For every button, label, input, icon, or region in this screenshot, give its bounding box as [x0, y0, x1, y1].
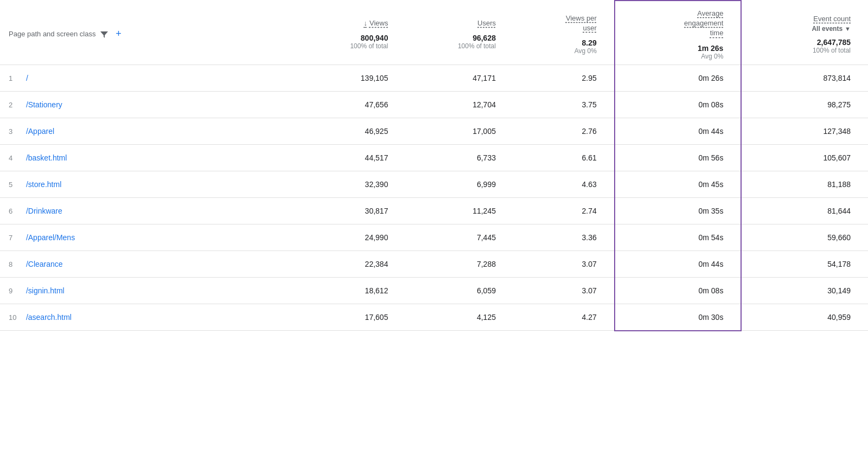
users-total: 96,628 [473, 34, 496, 42]
users-sub: 100% of total [458, 42, 496, 50]
row-number: 5 [9, 181, 24, 189]
cell-page-4: 5 /store.html [0, 171, 291, 197]
vpu-value: 2.76 [582, 127, 597, 136]
events-value: 54,178 [827, 260, 851, 268]
cell-views-1: 47,656 [291, 91, 405, 118]
vpu-header-label[interactable]: Views peruser [566, 14, 597, 33]
row-number: 4 [9, 154, 24, 162]
users-value: 17,005 [473, 127, 496, 136]
events-value: 81,644 [827, 207, 851, 215]
views-value: 18,612 [365, 286, 388, 295]
views-value: 139,105 [361, 74, 388, 82]
col-header-aet: Averageengagementtime 1m 26s Avg 0% [615, 1, 742, 65]
users-value: 6,059 [477, 286, 496, 295]
cell-views-7: 22,384 [291, 251, 405, 277]
aet-value: 0m 26s [698, 74, 723, 82]
events-dropdown-arrow-icon[interactable]: ▼ [845, 25, 851, 32]
cell-vpu-2: 2.76 [513, 118, 615, 144]
cell-page-5: 6 /Drinkware [0, 197, 291, 224]
events-sub: 100% of total [813, 47, 851, 54]
cell-aet-5: 0m 35s [615, 197, 742, 224]
cell-aet-0: 0m 26s [615, 65, 742, 91]
events-value: 105,607 [823, 153, 851, 162]
filter-icon[interactable] [100, 30, 108, 38]
page-path-link[interactable]: /Drinkware [26, 207, 62, 215]
cell-vpu-6: 3.36 [513, 224, 615, 251]
aet-value: 0m 35s [698, 207, 723, 215]
row-number: 8 [9, 260, 24, 268]
views-total: 800,940 [361, 34, 388, 42]
page-path-link[interactable]: /Stationery [26, 100, 62, 109]
table-row: 2 /Stationery 47,656 12,704 3.75 0m 08s … [0, 91, 868, 118]
views-value: 47,656 [365, 100, 388, 109]
cell-views-2: 46,925 [291, 118, 405, 144]
cell-users-5: 11,245 [405, 197, 513, 224]
table-row: 10 /asearch.html 17,605 4,125 4.27 0m 30… [0, 304, 868, 331]
events-dropdown-label[interactable]: All events [812, 25, 843, 33]
table-row: 9 /signin.html 18,612 6,059 3.07 0m 08s … [0, 277, 868, 304]
views-value: 30,817 [365, 207, 388, 215]
users-value: 6,999 [477, 180, 496, 189]
row-number: 10 [9, 313, 24, 322]
page-path-link[interactable]: /Apparel/Mens [26, 233, 75, 242]
cell-users-6: 7,445 [405, 224, 513, 251]
events-header-label[interactable]: Event count [813, 14, 851, 24]
vpu-value: 2.95 [582, 74, 597, 82]
cell-vpu-8: 3.07 [513, 277, 615, 304]
views-value: 32,390 [365, 180, 388, 189]
vpu-value: 4.63 [582, 180, 597, 189]
cell-events-6: 59,660 [741, 224, 868, 251]
vpu-value: 3.07 [582, 260, 597, 268]
cell-views-8: 18,612 [291, 277, 405, 304]
cell-page-7: 8 /Clearance [0, 251, 291, 277]
cell-events-9: 40,959 [741, 304, 868, 331]
cell-page-2: 3 /Apparel [0, 118, 291, 144]
cell-users-7: 7,288 [405, 251, 513, 277]
row-number: 1 [9, 74, 24, 82]
page-path-link[interactable]: / [26, 74, 28, 82]
cell-page-6: 7 /Apparel/Mens [0, 224, 291, 251]
aet-header-label[interactable]: Averageengagementtime [684, 9, 723, 38]
page-path-link[interactable]: /signin.html [26, 286, 65, 295]
page-path-label: Page path and screen class [9, 30, 95, 38]
cell-vpu-0: 2.95 [513, 65, 615, 91]
views-value: 24,990 [365, 233, 388, 242]
cell-vpu-9: 4.27 [513, 304, 615, 331]
cell-views-6: 24,990 [291, 224, 405, 251]
cell-events-0: 873,814 [741, 65, 868, 91]
events-value: 30,149 [827, 286, 851, 295]
page-path-link[interactable]: /Clearance [26, 260, 63, 268]
page-path-link[interactable]: /Apparel [26, 127, 54, 136]
users-value: 6,733 [477, 153, 496, 162]
cell-users-9: 4,125 [405, 304, 513, 331]
table-row: 3 /Apparel 46,925 17,005 2.76 0m 44s 127… [0, 118, 868, 144]
events-value: 98,275 [827, 100, 851, 109]
page-path-link[interactable]: /asearch.html [26, 313, 72, 322]
users-value: 12,704 [473, 100, 496, 109]
col-header-views: ↓Views 800,940 100% of total [291, 1, 405, 65]
page-path-link[interactable]: /basket.html [26, 153, 67, 162]
users-header-label[interactable]: Users [477, 18, 496, 28]
events-value: 873,814 [823, 74, 851, 82]
page-path-link[interactable]: /store.html [26, 180, 61, 189]
views-header-label[interactable]: ↓Views [363, 18, 388, 28]
cell-views-3: 44,517 [291, 144, 405, 171]
vpu-sub: Avg 0% [575, 47, 597, 55]
events-total: 2,647,785 [817, 38, 851, 47]
cell-events-3: 105,607 [741, 144, 868, 171]
views-sub: 100% of total [350, 42, 388, 50]
row-number: 7 [9, 234, 24, 242]
cell-events-5: 81,644 [741, 197, 868, 224]
row-number: 9 [9, 287, 24, 295]
users-value: 7,445 [477, 233, 496, 242]
views-value: 17,605 [365, 313, 388, 322]
table-row: 4 /basket.html 44,517 6,733 6.61 0m 56s … [0, 144, 868, 171]
add-dimension-icon[interactable]: + [113, 29, 124, 40]
cell-events-1: 98,275 [741, 91, 868, 118]
cell-events-2: 127,348 [741, 118, 868, 144]
aet-value: 0m 08s [698, 286, 723, 295]
cell-users-3: 6,733 [405, 144, 513, 171]
aet-total: 1m 26s [698, 44, 723, 53]
svg-marker-0 [100, 31, 108, 38]
cell-aet-6: 0m 54s [615, 224, 742, 251]
